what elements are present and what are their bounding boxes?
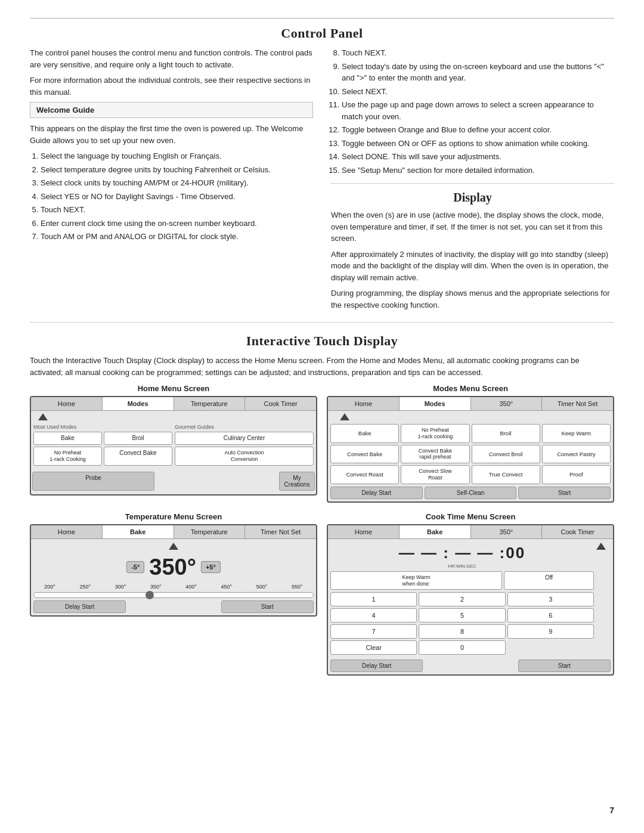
home-spacer bbox=[156, 472, 277, 491]
modes-tab-modes[interactable]: Modes bbox=[400, 397, 471, 410]
home-screen-body: Most Used Modes Bake Broil No Preheat1-r… bbox=[31, 422, 316, 470]
screens-grid: Home Menu Screen Home Modes Temperature … bbox=[30, 384, 614, 676]
num-1[interactable]: 1 bbox=[330, 592, 417, 606]
home-btn-row-3: Culinary Center bbox=[175, 432, 314, 445]
off-btn[interactable]: Off bbox=[504, 571, 594, 590]
temp-minus-btn[interactable]: -5° bbox=[126, 561, 144, 573]
modes-start-btn[interactable]: Start bbox=[518, 487, 611, 499]
num-8[interactable]: 8 bbox=[419, 624, 505, 639]
modes-tab-home[interactable]: Home bbox=[328, 397, 400, 410]
mode-bake[interactable]: Bake bbox=[330, 424, 399, 443]
home-probe-btn[interactable]: Probe bbox=[32, 472, 154, 491]
cook-footer: Delay Start Start bbox=[330, 659, 611, 672]
no-preheat-btn[interactable]: No Preheat1-rack Cooking bbox=[33, 447, 102, 466]
home-right-panel: Gourmet Guides Culinary Center Auto Conv… bbox=[175, 424, 314, 467]
temp-value: 350° bbox=[149, 555, 196, 580]
cook-delay-start-btn[interactable]: Delay Start bbox=[330, 659, 423, 672]
temp-delay-start-btn[interactable]: Delay Start bbox=[33, 600, 126, 613]
num-2[interactable]: 2 bbox=[419, 592, 505, 606]
num-5[interactable]: 5 bbox=[419, 608, 505, 623]
step-2: Select temperature degree units by touch… bbox=[41, 164, 313, 176]
temp-tab-bake[interactable]: Bake bbox=[103, 525, 174, 538]
mode-convect-slow-roast[interactable]: Convect SlowRoast bbox=[401, 465, 469, 484]
home-tab-temperature[interactable]: Temperature bbox=[174, 397, 246, 410]
temp-footer: Delay Start Start bbox=[33, 600, 314, 613]
num-clear[interactable]: Clear bbox=[330, 640, 417, 655]
mode-keep-warm[interactable]: Keep Warm bbox=[542, 424, 611, 443]
temp-screen-container: Temperature Menu Screen Home Bake Temper… bbox=[30, 512, 317, 676]
home-tab-cooktimer[interactable]: Cook Timer bbox=[245, 397, 316, 410]
welcome-guide-body: This appears on the display the first ti… bbox=[30, 123, 313, 146]
mode-true-convect[interactable]: True Convect bbox=[472, 465, 540, 484]
temp-tab-timer[interactable]: Timer Not Set bbox=[245, 525, 316, 538]
interactive-touch-section: Interactive Touch Display Touch the Inte… bbox=[30, 333, 614, 676]
cook-tab-home[interactable]: Home bbox=[328, 525, 400, 538]
broil-btn[interactable]: Broil bbox=[104, 432, 172, 445]
home-arrow-container bbox=[31, 411, 316, 422]
modes-grid: Bake No Preheat1-rack cooking Broil Keep… bbox=[328, 422, 613, 487]
page-number: 7 bbox=[609, 806, 614, 815]
temp-arrow-container bbox=[33, 541, 314, 551]
mode-proof[interactable]: Proof bbox=[542, 465, 611, 484]
temp-slider-ticks: 200° 250° 300° 350° 400° 450° 500° 550° bbox=[33, 584, 314, 590]
cook-time-topbar: Home Bake 350° Cook Timer bbox=[328, 525, 613, 539]
temp-slider-track[interactable] bbox=[33, 592, 314, 598]
mode-convect-bake[interactable]: Convect Bake bbox=[330, 445, 399, 464]
home-screen-container: Home Menu Screen Home Modes Temperature … bbox=[30, 384, 317, 503]
tick-200: 200° bbox=[33, 584, 66, 590]
welcome-guide-steps-right: Touch NEXT. Select today's date by using… bbox=[331, 47, 614, 176]
num-6[interactable]: 6 bbox=[507, 608, 594, 623]
home-btn-row-4: Auto ConvectionConversion bbox=[175, 447, 314, 466]
convect-bake-btn[interactable]: Convect Bake bbox=[104, 447, 172, 466]
cook-time-hr-label: HR:MIN:SEC bbox=[330, 563, 594, 569]
temp-tab-temperature[interactable]: Temperature bbox=[174, 525, 246, 538]
top-divider bbox=[30, 18, 614, 18]
display-divider bbox=[331, 183, 614, 184]
temp-plus-btn[interactable]: +5° bbox=[201, 561, 221, 573]
display-para-3: During programming, the display shows me… bbox=[331, 287, 614, 311]
auto-convection-btn[interactable]: Auto ConvectionConversion bbox=[175, 447, 314, 466]
mode-convect-roast[interactable]: Convect Roast bbox=[330, 465, 399, 484]
mode-convect-bake-rapid[interactable]: Convect Bakerapid preheat bbox=[401, 445, 469, 464]
modes-self-clean-btn[interactable]: Self-Clean bbox=[425, 487, 517, 499]
cook-start-btn[interactable]: Start bbox=[518, 659, 611, 672]
culinary-center-btn[interactable]: Culinary Center bbox=[175, 432, 314, 445]
mode-no-preheat[interactable]: No Preheat1-rack cooking bbox=[401, 424, 469, 443]
cook-tab-timer[interactable]: Cook Timer bbox=[542, 525, 613, 538]
temp-slider-thumb[interactable] bbox=[145, 591, 154, 599]
cook-tab-temp[interactable]: 350° bbox=[471, 525, 543, 538]
cook-keep-warm-row: Keep Warmwhen done: Off bbox=[330, 571, 594, 590]
bake-btn[interactable]: Bake bbox=[33, 432, 102, 445]
temp-tab-home[interactable]: Home bbox=[31, 525, 103, 538]
home-tab-home[interactable]: Home bbox=[31, 397, 103, 410]
step-13: Toggle between ON or OFF as options to s… bbox=[342, 138, 614, 150]
num-4[interactable]: 4 bbox=[330, 608, 417, 623]
most-used-label: Most Used Modes bbox=[33, 424, 172, 430]
modes-tab-temp[interactable]: 350° bbox=[471, 397, 543, 410]
cook-spacer bbox=[425, 659, 516, 672]
control-panel-left-col: The control panel houses the control men… bbox=[30, 47, 313, 315]
mode-convect-pastry[interactable]: Convect Pastry bbox=[542, 445, 611, 464]
modes-tab-timer[interactable]: Timer Not Set bbox=[542, 397, 613, 410]
modes-delay-start-btn[interactable]: Delay Start bbox=[330, 487, 423, 499]
cook-tab-bake[interactable]: Bake bbox=[400, 525, 471, 538]
num-9[interactable]: 9 bbox=[507, 624, 594, 639]
mode-broil[interactable]: Broil bbox=[472, 424, 540, 443]
welcome-guide-label: Welcome Guide bbox=[36, 106, 94, 114]
modes-footer: Delay Start Self-Clean Start bbox=[328, 487, 613, 501]
keep-warm-btn[interactable]: Keep Warmwhen done: bbox=[330, 571, 502, 590]
num-0[interactable]: 0 bbox=[419, 640, 505, 655]
modes-arrow-container bbox=[328, 411, 613, 422]
step-3: Select clock units by touching AM/PM or … bbox=[41, 177, 313, 189]
mode-convect-broil[interactable]: Convect Broil bbox=[472, 445, 540, 464]
home-mycreations-btn[interactable]: My Creations bbox=[279, 472, 315, 491]
temp-start-btn[interactable]: Start bbox=[221, 600, 314, 613]
numpad: 1 2 3 4 5 6 7 8 9 Clear 0 bbox=[330, 592, 594, 655]
num-3[interactable]: 3 bbox=[507, 592, 594, 606]
temp-screen-body: -5° 350° +5° 200° 250° 300° 350° 400° 45… bbox=[31, 539, 316, 615]
num-7[interactable]: 7 bbox=[330, 624, 417, 639]
home-tab-modes[interactable]: Modes bbox=[103, 397, 174, 410]
temp-arrow-up-icon bbox=[169, 543, 178, 550]
tick-300: 300° bbox=[104, 584, 137, 590]
modes-screen-label: Modes Menu Screen bbox=[327, 384, 614, 393]
